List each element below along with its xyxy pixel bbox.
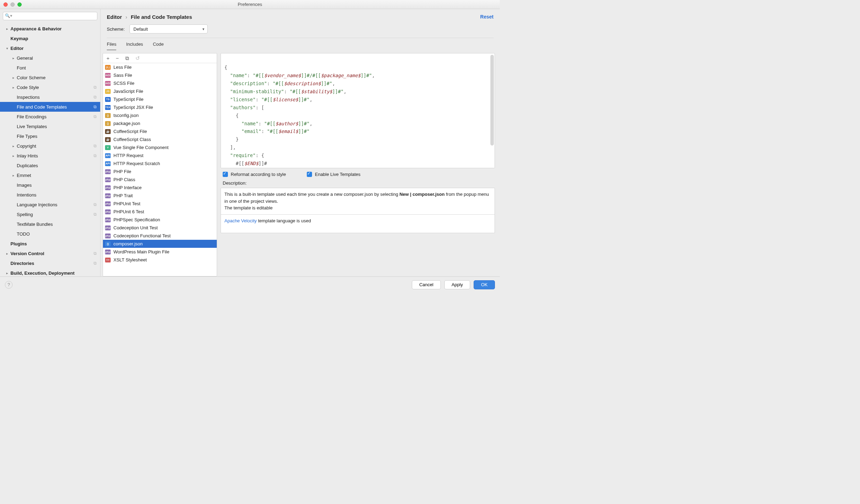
disclosure-arrow-icon: ▸ — [5, 27, 9, 31]
tab-includes[interactable]: Includes — [126, 42, 143, 50]
template-item-label: PHPUnit Test — [113, 201, 140, 206]
sidebar-item-label: General — [17, 55, 33, 61]
file-type-icon: php — [105, 185, 111, 190]
sidebar-item-textmate-bundles[interactable]: TextMate Bundles — [0, 219, 100, 229]
sidebar-item-color-scheme[interactable]: ▸Color Scheme — [0, 73, 100, 82]
template-item-php-interface[interactable]: phpPHP Interface — [103, 184, 217, 192]
sidebar-item-appearance-behavior[interactable]: ▸Appearance & Behavior — [0, 24, 100, 34]
copy-template-icon[interactable]: ⧉ — [125, 55, 129, 61]
sidebar-item-keymap[interactable]: Keymap — [0, 34, 100, 43]
template-item-label: Codeception Unit Test — [113, 225, 158, 230]
sidebar-item-copyright[interactable]: ▸Copyright⧉ — [0, 141, 100, 151]
file-type-icon: API — [105, 153, 111, 158]
sidebar-item-build-execution-deployment[interactable]: ▸Build, Execution, Deployment — [0, 268, 100, 276]
cancel-button[interactable]: Cancel — [412, 280, 440, 289]
file-type-icon: ☕ — [105, 129, 111, 134]
sidebar-item-label: File Encodings — [17, 114, 46, 119]
sidebar-item-todo[interactable]: TODO — [0, 229, 100, 239]
templates-toolbar: + − ⧉ ↺ — [103, 53, 217, 63]
template-item-scss-file[interactable]: SASSSCSS File — [103, 79, 217, 87]
template-item-php-trait[interactable]: phpPHP Trait — [103, 192, 217, 200]
revert-template-icon[interactable]: ↺ — [135, 55, 140, 61]
breadcrumb: Editor › File and Code Templates — [107, 14, 192, 20]
project-override-icon: ⧉ — [94, 261, 97, 266]
template-item-phpunit-test[interactable]: phpPHPUnit Test — [103, 200, 217, 208]
template-item-coffeescript-file[interactable]: ☕CoffeeScript File — [103, 127, 217, 135]
template-item-phpspec-specification[interactable]: phpPHPSpec Specification — [103, 216, 217, 224]
sidebar-item-plugins[interactable]: Plugins — [0, 239, 100, 249]
settings-tree: ▸Appearance & BehaviorKeymap▾Editor▸Gene… — [0, 23, 100, 276]
template-item-javascript-file[interactable]: JSJavaScript File — [103, 87, 217, 95]
sidebar-item-label: Language Injections — [17, 202, 57, 207]
sidebar-item-file-types[interactable]: File Types — [0, 131, 100, 141]
template-item-codeception-functional-test[interactable]: phpCodeception Functional Test — [103, 232, 217, 240]
template-item-label: XSLT Stylesheet — [113, 257, 147, 262]
template-item-typescript-file[interactable]: TSTypeScript File — [103, 95, 217, 103]
template-item-composer-json[interactable]: {}composer.json — [103, 240, 217, 248]
sidebar-item-general[interactable]: ▸General — [0, 53, 100, 63]
search-input[interactable] — [3, 12, 97, 20]
enable-live-templates-checkbox[interactable]: Enable Live Templates — [307, 172, 361, 177]
sidebar-item-inlay-hints[interactable]: ▸Inlay Hints⧉ — [0, 151, 100, 161]
template-editor[interactable]: { "name": "#[[$vendor_name$]]#/#[[$packa… — [221, 53, 495, 168]
editor-scrollbar[interactable] — [490, 55, 494, 146]
remove-template-icon[interactable]: − — [116, 55, 119, 61]
reformat-checkbox[interactable]: Reformat according to style — [223, 172, 286, 177]
file-type-icon: php — [105, 193, 111, 198]
tab-code[interactable]: Code — [153, 42, 164, 50]
template-item-tsconfig-json[interactable]: {}tsconfig.json — [103, 111, 217, 119]
template-item-php-class[interactable]: phpPHP Class — [103, 176, 217, 184]
file-type-icon: TS — [105, 97, 111, 102]
file-type-icon: php — [105, 225, 111, 230]
sidebar-item-spelling[interactable]: Spelling⧉ — [0, 209, 100, 219]
template-item-typescript-jsx-file[interactable]: TSXTypeScript JSX File — [103, 103, 217, 111]
sidebar-item-label: Directories — [10, 261, 34, 266]
template-item-wordpress-main-plugin-file[interactable]: phpWordPress Main Plugin File — [103, 248, 217, 256]
sidebar-item-images[interactable]: Images — [0, 180, 100, 190]
apply-button[interactable]: Apply — [444, 280, 470, 289]
sidebar-item-font[interactable]: Font — [0, 63, 100, 73]
sidebar-item-version-control[interactable]: ▸Version Control⧉ — [0, 249, 100, 258]
file-type-icon: {} — [105, 121, 111, 126]
sidebar-item-emmet[interactable]: ▸Emmet — [0, 170, 100, 180]
sidebar-item-label: Duplicates — [17, 163, 38, 168]
sidebar-item-label: TODO — [17, 231, 30, 237]
sidebar-item-label: Live Templates — [17, 124, 47, 129]
help-icon[interactable]: ? — [5, 281, 13, 289]
sidebar-item-directories[interactable]: Directories⧉ — [0, 258, 100, 268]
breadcrumb-root[interactable]: Editor — [107, 14, 122, 20]
breadcrumb-page: File and Code Templates — [131, 14, 192, 20]
sidebar-item-file-encodings[interactable]: File Encodings⧉ — [0, 112, 100, 121]
template-item-label: PHP Class — [113, 177, 135, 182]
sidebar-item-intentions[interactable]: Intentions — [0, 190, 100, 200]
template-item-label: PHP Interface — [113, 185, 142, 190]
sidebar-item-editor[interactable]: ▾Editor — [0, 43, 100, 53]
add-template-icon[interactable]: + — [106, 55, 110, 61]
template-item-xslt-stylesheet[interactable]: <>XSLT Stylesheet — [103, 256, 217, 264]
template-item-label: CoffeeScript Class — [113, 137, 151, 142]
template-item-package-json[interactable]: {}package.json — [103, 119, 217, 127]
sidebar-item-inspections[interactable]: Inspections⧉ — [0, 92, 100, 102]
template-item-sass-file[interactable]: SASSSass File — [103, 71, 217, 79]
tab-files[interactable]: Files — [107, 42, 116, 50]
apache-velocity-link[interactable]: Apache Velocity — [224, 218, 257, 223]
template-item-http-request[interactable]: APIHTTP Request — [103, 151, 217, 160]
template-item-coffeescript-class[interactable]: ☕CoffeeScript Class — [103, 135, 217, 143]
sidebar-item-file-and-code-templates[interactable]: File and Code Templates⧉ — [0, 102, 100, 112]
sidebar-item-language-injections[interactable]: Language Injections⧉ — [0, 200, 100, 209]
reset-link[interactable]: Reset — [480, 14, 494, 20]
template-item-phpunit-6-test[interactable]: phpPHPUnit 6 Test — [103, 208, 217, 216]
scheme-select[interactable]: Default — [129, 24, 208, 34]
template-item-codeception-unit-test[interactable]: phpCodeception Unit Test — [103, 224, 217, 232]
sidebar-item-live-templates[interactable]: Live Templates — [0, 121, 100, 131]
template-item-http-request-scratch[interactable]: APIHTTP Request Scratch — [103, 160, 217, 168]
sidebar-item-label: Inspections — [17, 95, 40, 100]
ok-button[interactable]: OK — [474, 280, 495, 289]
sidebar-item-code-style[interactable]: ▸Code Style⧉ — [0, 82, 100, 92]
template-item-vue-single-file-component[interactable]: VVue Single File Component — [103, 143, 217, 151]
template-item-less-file[interactable]: (L)Less File — [103, 63, 217, 71]
template-item-php-file[interactable]: phpPHP File — [103, 168, 217, 176]
sidebar-item-duplicates[interactable]: Duplicates — [0, 161, 100, 170]
titlebar: Preferences — [0, 0, 500, 9]
file-type-icon: php — [105, 201, 111, 206]
